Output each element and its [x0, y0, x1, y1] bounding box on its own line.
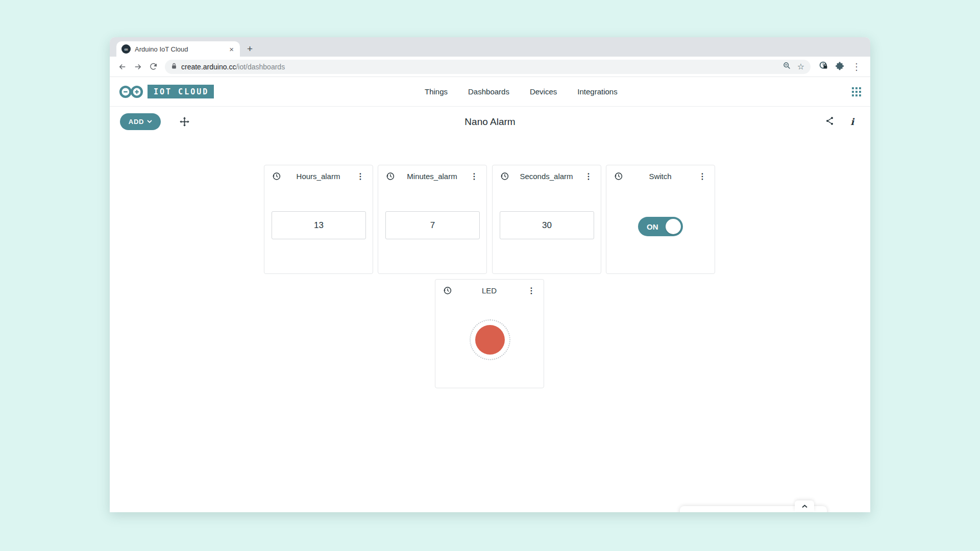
add-widget-button[interactable]: ADD [120, 113, 161, 130]
led-ring [470, 319, 510, 360]
new-tab-button[interactable]: + [247, 44, 253, 54]
history-icon [385, 171, 395, 181]
browser-tab[interactable]: ∞ Arduino IoT Cloud × [116, 41, 240, 57]
history-icon [443, 286, 452, 295]
dashboard-toolbar: ADD Nano Alarm i [110, 107, 870, 137]
url-host: create.arduino.cc [181, 63, 236, 71]
history-icon [614, 171, 623, 181]
widget-card-led: LED ⋮ [435, 279, 544, 388]
info-icon[interactable]: i [850, 116, 854, 127]
iot-cloud-badge: IOT CLOUD [148, 85, 214, 98]
widget-menu-icon[interactable]: ⋮ [355, 172, 365, 181]
widget-menu-icon[interactable]: ⋮ [526, 287, 536, 295]
widget-header: Seconds_alarm ⋮ [493, 165, 601, 181]
bottom-drawer-handle[interactable] [795, 500, 814, 512]
switch-toggle[interactable]: ON [638, 217, 683, 236]
tab-close-icon[interactable]: × [228, 45, 235, 54]
widget-card-seconds-alarm: Seconds_alarm ⋮ 30 [492, 165, 601, 274]
widget-title: Switch [623, 172, 697, 181]
arrange-widgets-button[interactable] [179, 116, 190, 127]
url-text: create.arduino.cc/iot/dashboards [181, 63, 285, 71]
zoom-out-icon[interactable] [782, 61, 791, 72]
history-icon [272, 171, 281, 181]
apps-grid-icon[interactable] [852, 87, 861, 96]
widget-title: Minutes_alarm [395, 172, 469, 181]
widget-menu-icon[interactable]: ⋮ [697, 172, 707, 181]
value-input[interactable]: 30 [500, 211, 594, 239]
lock-icon [171, 62, 177, 71]
main-nav: Things Dashboards Devices Integrations [425, 87, 618, 96]
value-input[interactable]: 13 [272, 211, 366, 239]
switch-state-label: ON [647, 222, 658, 231]
browser-tab-bar: ∞ Arduino IoT Cloud × + [110, 37, 870, 57]
chevron-up-icon [802, 505, 807, 508]
reload-icon[interactable] [145, 59, 161, 74]
dashboard-toolbar-right: i [825, 116, 860, 128]
value-input[interactable]: 7 [385, 211, 480, 239]
app-header: IOT CLOUD Things Dashboards Devices Inte… [110, 77, 870, 107]
arduino-favicon-icon: ∞ [121, 44, 131, 54]
back-icon[interactable] [115, 59, 130, 74]
chevron-down-icon [147, 120, 152, 123]
forward-icon[interactable] [130, 59, 145, 74]
arduino-infinity-icon [119, 85, 143, 99]
share-icon[interactable] [825, 116, 834, 128]
privacy-extension-icon[interactable] [819, 61, 828, 72]
switch-knob[interactable] [666, 219, 681, 234]
move-arrows-icon [179, 116, 190, 127]
widget-header: Minutes_alarm ⋮ [378, 165, 486, 181]
widget-menu-icon[interactable]: ⋮ [583, 172, 594, 181]
widget-title: Hours_alarm [281, 172, 355, 181]
nav-item-dashboards[interactable]: Dashboards [468, 87, 509, 96]
widget-menu-icon[interactable]: ⋮ [469, 172, 479, 181]
chrome-right-icons: ⋮ [815, 61, 865, 72]
dashboard-canvas: Hours_alarm ⋮ 13 Minutes_alarm ⋮ 7 Secon… [110, 137, 870, 511]
extensions-puzzle-icon[interactable] [836, 61, 845, 72]
widget-card-minutes-alarm: Minutes_alarm ⋮ 7 [378, 165, 487, 274]
nav-item-things[interactable]: Things [425, 87, 448, 96]
address-bar[interactable]: create.arduino.cc/iot/dashboards ☆ [165, 60, 811, 74]
widget-card-switch: Switch ⋮ ON [606, 165, 715, 274]
nav-item-devices[interactable]: Devices [530, 87, 557, 96]
dashboard-title: Nano Alarm [464, 116, 515, 128]
browser-window: ∞ Arduino IoT Cloud × + create.arduino.c… [110, 37, 870, 512]
widget-card-hours-alarm: Hours_alarm ⋮ 13 [264, 165, 373, 274]
tab-title: Arduino IoT Cloud [135, 45, 228, 53]
arduino-logo[interactable]: IOT CLOUD [119, 85, 214, 99]
browser-menu-icon[interactable]: ⋮ [852, 62, 861, 71]
add-button-label: ADD [129, 118, 144, 126]
widget-header: Hours_alarm ⋮ [264, 165, 373, 181]
widget-title: Seconds_alarm [509, 172, 583, 181]
history-icon [500, 171, 509, 181]
widget-header: LED ⋮ [435, 280, 544, 295]
widget-title: LED [452, 286, 526, 295]
browser-toolbar: create.arduino.cc/iot/dashboards ☆ ⋮ [110, 57, 870, 77]
nav-item-integrations[interactable]: Integrations [577, 87, 617, 96]
bookmark-star-icon[interactable]: ☆ [797, 63, 804, 71]
widget-header: Switch ⋮ [606, 165, 715, 181]
url-path: /iot/dashboards [236, 63, 285, 71]
led-core [475, 325, 505, 355]
